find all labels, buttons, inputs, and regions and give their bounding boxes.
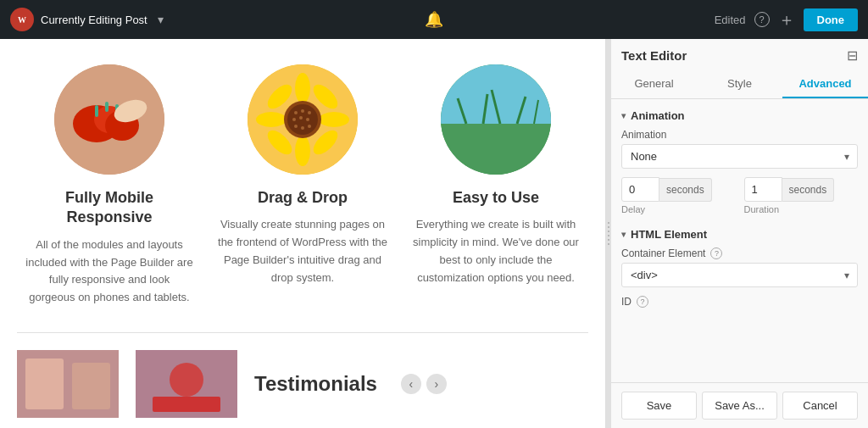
id-label: ID — [621, 296, 632, 308]
delay-input-row: seconds — [621, 177, 736, 202]
panel-footer: Save Save As... Cancel — [611, 382, 868, 428]
testimonials-title: Testimonials — [254, 372, 377, 396]
svg-point-12 — [295, 136, 310, 166]
svg-point-26 — [306, 118, 309, 121]
svg-rect-6 — [95, 105, 98, 117]
feature-title-dragdrop: Drag & Drop — [218, 188, 387, 208]
feature-text-dragdrop: Visually create stunning pages on the fr… — [218, 216, 387, 286]
container-help-icon[interactable]: ? — [710, 247, 722, 259]
topbar-title: Currently Editing Post — [41, 14, 147, 26]
delay-group: seconds Delay — [621, 177, 736, 214]
animation-select-wrapper: None — [621, 144, 858, 169]
help-icon[interactable]: ? — [754, 12, 770, 27]
edited-label: Edited — [715, 14, 746, 26]
panel-header: Text Editor ⊟ — [611, 39, 868, 64]
duration-group: seconds Duration — [744, 177, 859, 214]
features-row: Fully Mobile Responsive All of the modul… — [17, 64, 588, 307]
topbar-left: W Currently Editing Post ▾ — [10, 8, 425, 31]
feature-text-easy: Everything we create is built with simpl… — [411, 216, 581, 286]
svg-text:W: W — [18, 15, 26, 25]
main-layout: Fully Mobile Responsive All of the modul… — [0, 39, 868, 428]
svg-rect-40 — [72, 363, 110, 409]
panel-tabs: General Style Advanced — [611, 70, 868, 99]
html-section-header[interactable]: ▾ HTML Element — [621, 218, 858, 247]
duration-sublabel: Duration — [744, 204, 859, 214]
svg-point-22 — [301, 109, 304, 113]
svg-point-13 — [256, 112, 287, 127]
svg-rect-7 — [105, 102, 108, 112]
svg-rect-32 — [441, 64, 551, 124]
duration-input-row: seconds — [744, 177, 859, 202]
delay-sublabel: Delay — [621, 204, 736, 214]
feature-title-mobile: Fully Mobile Responsive — [25, 188, 194, 228]
save-button[interactable]: Save — [621, 392, 697, 420]
testimonials-next-button[interactable]: › — [426, 374, 447, 394]
container-element-label: Container Element — [621, 247, 705, 259]
container-select-wrapper: <div> — [621, 263, 858, 287]
done-button[interactable]: Done — [804, 8, 859, 31]
svg-point-23 — [308, 111, 311, 114]
container-select[interactable]: <div> — [621, 263, 858, 287]
feature-text-mobile: All of the modules and layouts included … — [25, 236, 194, 307]
delay-input[interactable] — [621, 177, 659, 202]
html-section-label: HTML Element — [631, 228, 707, 241]
html-element-section: ▾ HTML Element Container Element ? <div> — [621, 218, 858, 308]
panel-content: Text Editor ⊟ General Style Advanced ▾ A… — [611, 39, 868, 428]
tab-style[interactable]: Style — [697, 70, 782, 98]
svg-point-28 — [301, 126, 304, 130]
feature-image-grass — [441, 64, 551, 175]
bell-icon[interactable]: 🔔 — [425, 10, 443, 29]
svg-point-11 — [295, 73, 310, 103]
cancel-button[interactable]: Cancel — [782, 392, 858, 420]
feature-title-easy: Easy to Use — [411, 188, 581, 208]
id-row: ID ? — [621, 296, 858, 308]
duration-unit-label: seconds — [782, 178, 835, 202]
svg-point-20 — [287, 104, 318, 135]
animation-select[interactable]: None — [621, 144, 858, 169]
svg-point-42 — [170, 363, 203, 397]
right-panel: Text Editor ⊟ General Style Advanced ▾ A… — [605, 39, 868, 428]
tab-advanced[interactable]: Advanced — [782, 70, 868, 98]
section-divider — [17, 332, 588, 333]
svg-rect-39 — [25, 359, 64, 409]
svg-point-25 — [299, 116, 303, 120]
plus-button[interactable]: ＋ — [778, 8, 795, 31]
panel-drag-handle[interactable] — [606, 39, 611, 428]
svg-point-29 — [308, 125, 311, 128]
feature-item-easy: Easy to Use Everything we create is buil… — [411, 64, 581, 287]
animation-field-label: Animation — [621, 129, 858, 141]
animation-number-row: seconds Delay seconds Duration — [621, 177, 858, 214]
topbar-center: 🔔 — [425, 10, 443, 29]
delay-unit-label: seconds — [659, 178, 712, 202]
tab-general[interactable]: General — [611, 70, 697, 98]
feature-image-strawberry — [54, 64, 164, 175]
id-help-icon[interactable]: ? — [637, 296, 648, 308]
chevron-down-icon[interactable]: ▾ — [158, 13, 164, 26]
testimonials-row: Testimonials ‹ › — [17, 350, 588, 418]
save-as-button[interactable]: Save As... — [702, 392, 777, 420]
testimonials-prev-button[interactable]: ‹ — [401, 374, 421, 394]
testimonial-image-2 — [136, 350, 237, 418]
animation-collapse-icon: ▾ — [621, 111, 626, 120]
panel-title: Text Editor — [621, 48, 687, 63]
panel-body: ▾ Animation Animation None seconds — [611, 99, 868, 382]
container-label-row: Container Element ? — [621, 247, 858, 259]
feature-item-dragdrop: Drag & Drop Visually create stunning pag… — [218, 64, 387, 287]
svg-point-14 — [319, 112, 349, 127]
id-label-row: ID ? — [621, 296, 858, 308]
feature-item-mobile: Fully Mobile Responsive All of the modul… — [25, 64, 194, 307]
svg-rect-43 — [153, 397, 220, 412]
animation-section-header[interactable]: ▾ Animation — [621, 99, 858, 129]
svg-point-24 — [292, 118, 296, 121]
content-area: Fully Mobile Responsive All of the modul… — [0, 39, 605, 428]
feature-image-sunflower — [248, 64, 358, 175]
duration-input[interactable] — [744, 177, 782, 202]
minimize-button[interactable]: ⊟ — [847, 47, 858, 64]
svg-rect-31 — [441, 115, 551, 175]
topbar: W Currently Editing Post ▾ 🔔 Edited ? ＋ … — [0, 0, 868, 39]
wp-logo: W — [10, 8, 34, 31]
testimonials-nav: ‹ › — [401, 374, 447, 394]
testimonial-image-1 — [17, 350, 119, 418]
html-collapse-icon: ▾ — [621, 230, 626, 239]
svg-point-21 — [294, 111, 298, 114]
